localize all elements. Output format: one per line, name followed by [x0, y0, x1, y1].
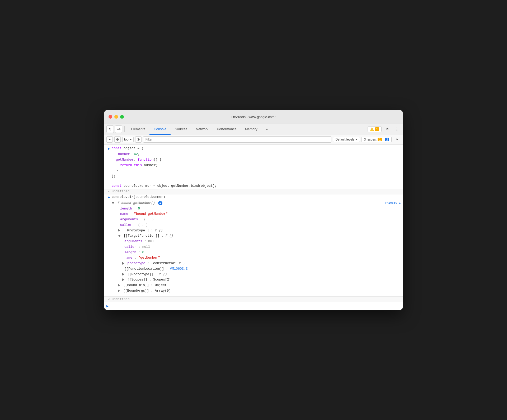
issues-info-badge: 2: [385, 138, 389, 141]
tf-name[interactable]: name : "getNumber": [104, 255, 403, 261]
close-button[interactable]: [109, 115, 112, 119]
code-colon: :: [134, 256, 138, 260]
separator-1: [124, 126, 125, 132]
line-content: arguments : (...): [112, 217, 401, 222]
code-colon: :: [140, 218, 144, 221]
prop-name-entry[interactable]: name : "bound getNumber": [104, 211, 403, 217]
prop-name: arguments: [124, 240, 142, 243]
console-entry-5[interactable]: }: [104, 168, 403, 174]
prop-name: [[Prototype]]: [128, 273, 153, 276]
context-dropdown[interactable]: top: [122, 137, 134, 142]
code-text: object = {: [124, 147, 143, 150]
eye-icon-button[interactable]: [135, 136, 142, 143]
prop-arguments[interactable]: arguments : (...): [104, 217, 403, 222]
prop-name: [[Prototype]]: [123, 229, 149, 232]
prop-caller[interactable]: caller : (...): [104, 222, 403, 228]
console-entry-dir[interactable]: ▶ console.dir(boundGetNunmer): [104, 194, 403, 200]
console-secondary-toolbar: top Default levels 3 Issues: 1 2: [104, 135, 403, 144]
tab-more[interactable]: »: [262, 124, 272, 135]
prompt-icon: ▶: [106, 304, 109, 308]
collapse-arrow[interactable]: [118, 229, 120, 232]
code-colon: :: [138, 245, 142, 249]
tf-scopes[interactable]: [[Scopes]] : Scopes[2]: [104, 277, 403, 283]
tab-sources[interactable]: Sources: [171, 124, 192, 135]
console-entry-1[interactable]: ▶ const object = {: [104, 144, 403, 152]
vm-link2[interactable]: VM10603:3: [170, 267, 188, 271]
prop-name: [[Scopes]]: [128, 278, 147, 282]
svg-rect-1: [119, 129, 120, 130]
default-levels-dropdown[interactable]: Default levels: [333, 137, 360, 142]
code-colon: :: [161, 234, 165, 238]
collapse-arrow[interactable]: [122, 262, 124, 265]
console-settings-button[interactable]: [393, 136, 401, 143]
prop-val: "getNumber": [138, 256, 160, 260]
tab-elements[interactable]: Elements: [127, 124, 149, 135]
prop-name: caller: [120, 223, 132, 227]
code-colon: :: [144, 240, 148, 243]
line-gutter: [106, 288, 112, 289]
tab-performance[interactable]: Performance: [213, 124, 241, 135]
vm-link[interactable]: VM10659:1: [383, 201, 401, 205]
settings-button[interactable]: [384, 125, 391, 133]
collapse-arrow[interactable]: [118, 290, 120, 292]
collapse-arrow[interactable]: [118, 284, 120, 287]
tf-length[interactable]: length : 0: [104, 250, 403, 255]
maximize-button[interactable]: [120, 115, 124, 119]
issues-badge[interactable]: ⚠️ 1: [368, 126, 382, 132]
tf-arguments[interactable]: arguments : null: [104, 239, 403, 244]
code-colon: :: [151, 283, 155, 287]
prop-bound-args[interactable]: [[BoundArgs]] : Array(0): [104, 288, 403, 294]
collapse-arrow[interactable]: [122, 273, 124, 276]
line-content: const object = {: [112, 146, 401, 151]
code-undefined: undefined: [112, 297, 130, 301]
console-entry-undefined2[interactable]: ◁ undefined: [104, 296, 403, 302]
expand-arrow[interactable]: [112, 202, 114, 204]
tab-console[interactable]: Console: [149, 124, 171, 135]
clear-console-button[interactable]: [114, 136, 121, 143]
line-gutter: [106, 223, 112, 223]
console-entry-4[interactable]: return this.number;: [104, 163, 403, 168]
collapse-arrow[interactable]: [122, 278, 124, 281]
console-body: ▶ const object = { number: 42, getNumber…: [104, 144, 403, 310]
tf-prototype[interactable]: prototype : {constructor: f }: [104, 261, 403, 266]
tf-function-location[interactable]: [[FunctionLocation]] : VM10603:3: [104, 266, 403, 272]
prop-name: arguments: [120, 218, 138, 221]
more-options-button[interactable]: [393, 125, 401, 133]
line-content: [[BoundArgs]] : Array(0): [112, 288, 401, 293]
prop-length[interactable]: length : 0: [104, 206, 403, 212]
prop-target-fn[interactable]: [[TargetFunction]] : f (): [104, 233, 403, 239]
issues-count-badge[interactable]: 3 Issues: 1 2: [362, 137, 392, 142]
line-content: name : "bound getNumber": [112, 212, 401, 217]
console-entry-bind[interactable]: const boundGetNunmer = object.getNumber.…: [104, 183, 403, 189]
console-entry-3[interactable]: getNumber: function() {: [104, 157, 403, 163]
line-content: name : "getNumber": [112, 255, 401, 260]
prop-val: {constructor:: [151, 262, 179, 265]
line-content: f bound getNumber() i: [112, 201, 383, 206]
run-script-button[interactable]: [106, 136, 113, 143]
svg-point-10: [138, 139, 139, 140]
tab-memory[interactable]: Memory: [241, 124, 262, 135]
console-entry-undefined1[interactable]: ◁ undefined: [104, 189, 403, 194]
minimize-button[interactable]: [114, 115, 118, 119]
tf-caller[interactable]: caller : null: [104, 244, 403, 250]
filter-input[interactable]: [143, 136, 332, 143]
prop-prototype-outer[interactable]: [[Prototype]] : f (): [104, 228, 403, 234]
inspect-icon[interactable]: [106, 125, 114, 133]
prop-name: name: [124, 256, 132, 260]
console-entry-6[interactable]: };: [104, 174, 403, 179]
tf-prototype2[interactable]: [[Prototype]] : f (): [104, 272, 403, 277]
prop-val: Object: [155, 283, 167, 287]
console-prompt[interactable]: ▶: [104, 302, 403, 310]
prop-name: [[TargetFunction]]: [124, 234, 159, 238]
line-content: [[Prototype]] : f (): [112, 272, 401, 277]
device-icon[interactable]: [115, 125, 122, 133]
tab-network[interactable]: Network: [192, 124, 213, 135]
console-entry-2[interactable]: number: 42,: [104, 152, 403, 157]
line-content: [[Prototype]] : f (): [112, 228, 401, 233]
console-entry-bound-fn[interactable]: f bound getNumber() i VM10659:1: [104, 200, 403, 206]
prop-val: (...): [144, 218, 154, 221]
expand-arrow[interactable]: [118, 235, 121, 237]
code-text: console.dir(boundGetNunmer): [112, 195, 165, 199]
main-toolbar: Elements Console Sources Network Perform…: [104, 124, 403, 135]
prop-bound-this[interactable]: [[BoundThis]] : Object: [104, 283, 403, 288]
